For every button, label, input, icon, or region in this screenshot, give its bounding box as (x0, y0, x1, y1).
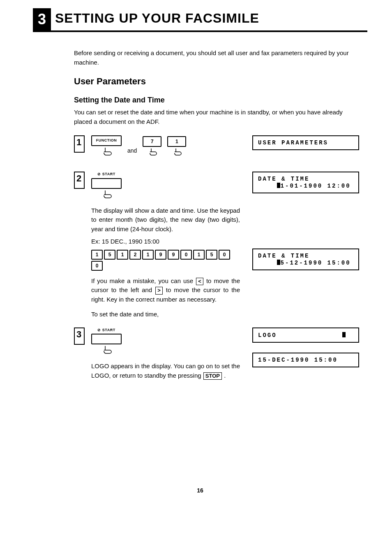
date-time-intro: You can set or reset the date and time w… (74, 108, 359, 126)
step-3-description: LOGO appears in the display. You can go … (91, 362, 240, 380)
stop-key: STOP (203, 372, 222, 380)
function-key-icon: FUNCTION (91, 135, 122, 158)
cursor-right-key: > (155, 287, 163, 295)
key-digit: 5 (206, 250, 217, 260)
key-digit: 1 (142, 250, 154, 260)
step-number: 2 (74, 172, 85, 189)
step-2-example-label: Ex: 15 DEC., 1990 15:00 (91, 237, 240, 246)
step-2-description: The display will show a date and time. U… (91, 206, 240, 234)
step-2-toset: To set the date and time, (91, 310, 240, 319)
step-number: 3 (74, 327, 85, 345)
lcd-date-time-entered: DATE & TIME 5-12-1990 15:00 (252, 248, 359, 270)
section-heading-user-parameters: User Parameters (74, 76, 359, 87)
lcd-user-parameters: USER PARAMETERS (252, 135, 359, 150)
cursor-icon (342, 332, 346, 337)
key-7-icon: 7 (143, 136, 161, 158)
key-digit: 5 (104, 250, 115, 260)
cursor-icon (277, 183, 280, 188)
cursor-icon (277, 260, 280, 265)
lcd-final-date: 15-DEC-1990 15:00 (252, 353, 359, 367)
keypad-sequence: 1 5 1 2 1 9 9 0 1 5 0 0 (91, 250, 240, 271)
start-key-icon: ⊘ START (91, 327, 122, 356)
intro-paragraph: Before sending or receiving a document, … (74, 49, 359, 67)
chapter-title: SETTING UP YOUR FACSIMILE (51, 8, 263, 30)
key-digit: 1 (117, 250, 128, 260)
key-digit: 9 (155, 250, 166, 260)
key-digit: 0 (180, 250, 192, 260)
subsection-heading-date-time: Setting the Date and Time (74, 96, 359, 104)
cursor-left-key: < (196, 278, 203, 286)
step-number: 1 (74, 135, 85, 153)
start-key-icon: ⊘ START (91, 172, 122, 200)
page-number: 16 (33, 487, 367, 494)
step-2-mistake-text: If you make a mistake, you can use < to … (91, 276, 240, 304)
key-digit: 1 (91, 250, 103, 260)
key-digit: 9 (168, 250, 179, 260)
step-3: 3 ⊘ START (74, 327, 240, 356)
step-2: 2 ⊘ START (74, 172, 240, 200)
key-digit: 1 (193, 250, 205, 260)
key-digit: 0 (91, 261, 103, 271)
key-digit: 0 (219, 250, 230, 260)
step-1: 1 FUNCTION and 7 1 (74, 135, 240, 158)
lcd-date-time-initial: DATE & TIME 1-01-1900 12:00 (252, 172, 359, 193)
key-1-icon: 1 (167, 136, 186, 158)
lcd-logo: LOGO (252, 327, 359, 343)
chapter-number-badge: 3 (33, 8, 51, 30)
and-label: and (127, 146, 137, 158)
chapter-header: 3 SETTING UP YOUR FACSIMILE (33, 8, 367, 32)
key-digit: 2 (129, 250, 141, 260)
